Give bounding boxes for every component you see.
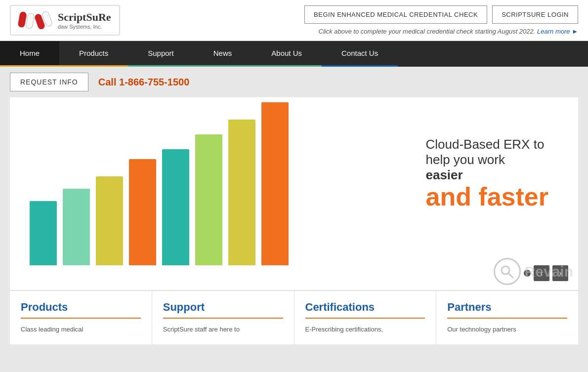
revain-watermark: Revain xyxy=(494,258,573,285)
card-products-divider xyxy=(21,318,141,319)
chart-bar-8 xyxy=(261,102,289,265)
header-buttons: BEGIN ENHANCED MEDICAL CREDENTIAL CHECK … xyxy=(304,5,578,24)
hero-line2: help you work xyxy=(425,152,548,167)
chart-bar-2 xyxy=(63,189,90,265)
action-bar: REQUEST INFO Call 1-866-755-1500 xyxy=(0,67,588,97)
logo: ScriptSuRe daw Systems, Inc. xyxy=(10,5,120,36)
credential-button[interactable]: BEGIN ENHANCED MEDICAL CREDENTIAL CHECK xyxy=(304,5,487,24)
header: ScriptSuRe daw Systems, Inc. BEGIN ENHAN… xyxy=(0,0,588,41)
card-products: Products Class leading medical xyxy=(10,291,152,344)
card-support-title: Support xyxy=(163,301,283,314)
logo-brand: ScriptSuRe xyxy=(58,11,111,24)
request-info-button[interactable]: REQUEST INFO xyxy=(10,73,88,91)
chart-area xyxy=(10,97,336,285)
card-partners-text: Our technology partners xyxy=(447,325,567,334)
hero-text: Cloud-Based ERX to help you work easier … xyxy=(425,137,548,211)
nav-item-home[interactable]: Home xyxy=(0,41,59,67)
nav-item-support[interactable]: Support xyxy=(128,41,194,67)
card-partners-title: Partners xyxy=(447,301,567,314)
logo-pills xyxy=(19,12,51,28)
card-support-divider xyxy=(163,318,283,319)
card-products-text: Class leading medical xyxy=(21,325,141,334)
nav-item-news[interactable]: News xyxy=(194,41,252,67)
hero-line4: and faster xyxy=(425,183,548,211)
header-subtext: Click above to complete your medical cre… xyxy=(319,28,578,35)
card-support: Support ScriptSure staff are here to xyxy=(152,291,294,344)
card-products-title: Products xyxy=(21,301,141,314)
hero-line3: easier xyxy=(425,167,462,182)
chart-bar-6 xyxy=(195,134,222,265)
card-certifications-divider xyxy=(305,318,425,319)
bottom-cards: Products Class leading medical Support S… xyxy=(10,290,578,344)
login-button[interactable]: SCRIPTSURE LOGIN xyxy=(492,5,578,24)
nav-item-products[interactable]: Products xyxy=(59,41,128,67)
learn-more-link[interactable]: Learn more ► xyxy=(537,28,578,35)
chart-bar-7 xyxy=(228,120,255,265)
card-partners-divider xyxy=(447,318,567,319)
revain-text: Revain xyxy=(525,263,573,280)
svg-line-1 xyxy=(508,273,513,278)
card-certifications-text: E-Prescribing certifications, xyxy=(305,325,425,334)
card-certifications: Certifications E-Prescribing certificati… xyxy=(294,291,437,344)
nav-item-contactus[interactable]: Contact Us xyxy=(322,41,398,67)
chart-bar-4 xyxy=(129,159,156,265)
header-right: BEGIN ENHANCED MEDICAL CREDENTIAL CHECK … xyxy=(304,5,578,35)
hero-line1: Cloud-Based ERX to xyxy=(425,137,548,152)
logo-sub: daw Systems, Inc. xyxy=(58,24,111,30)
chart-bar-3 xyxy=(96,176,123,265)
nav-item-aboutus[interactable]: About Us xyxy=(252,41,322,67)
revain-search-icon xyxy=(500,264,514,279)
chart-bar-5 xyxy=(162,149,189,265)
chart-bar-1 xyxy=(30,201,57,265)
hero-banner: Cloud-Based ERX to help you work easier … xyxy=(10,97,578,290)
card-partners: Partners Our technology partners xyxy=(436,291,578,344)
main-nav: Home Products Support News About Us Cont… xyxy=(0,41,588,67)
card-support-text: ScriptSure staff are here to xyxy=(163,325,283,334)
phone-number: Call 1-866-755-1500 xyxy=(98,77,190,88)
card-certifications-title: Certifications xyxy=(305,301,425,314)
revain-icon xyxy=(494,258,521,285)
